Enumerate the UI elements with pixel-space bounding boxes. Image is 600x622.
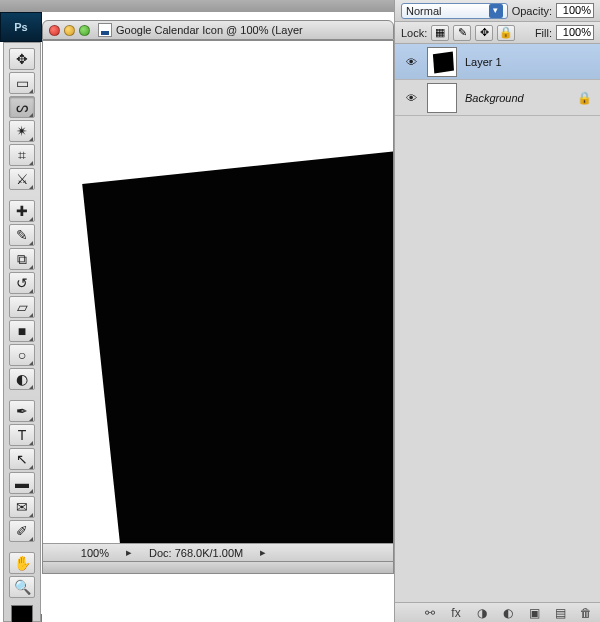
layer-row[interactable]: 👁Layer 1 [395,44,600,80]
zoom-button[interactable] [79,25,90,36]
status-menu-right-icon[interactable]: ▸ [257,546,269,559]
layer-thumbnail[interactable] [427,47,457,77]
layer-name[interactable]: Layer 1 [465,56,502,68]
eyedropper-tool[interactable]: ✐ [9,520,35,542]
fx-icon[interactable]: fx [448,606,464,620]
gradient-tool[interactable]: ■ [9,320,35,342]
background-color-swatch[interactable] [20,614,42,622]
canvas-content-shape [82,140,393,543]
app-logo: Ps [0,12,42,42]
zoom-level[interactable]: 100% [49,547,109,559]
zoom-tool[interactable]: 🔍 [9,576,35,598]
mask-icon[interactable]: ◑ [474,606,490,620]
path-select-tool[interactable]: ↖ [9,448,35,470]
chevron-updown-icon: ▾ [489,4,503,18]
lock-transparency-icon[interactable]: ▦ [431,25,449,41]
type-tool[interactable]: T [9,424,35,446]
brush-tool[interactable]: ✎ [9,224,35,246]
pen-tool[interactable]: ✒ [9,400,35,422]
blend-opacity-row: Normal ▾ Opacity: 100% [395,0,600,22]
lock-all-icon[interactable]: 🔒 [497,25,515,41]
eraser-tool[interactable]: ▱ [9,296,35,318]
doc-info: Doc: 768.0K/1.00M [149,547,243,559]
visibility-eye-icon[interactable]: 👁 [403,54,419,70]
lock-fill-row: Lock: ▦ ✎ ✥ 🔒 Fill: 100% [395,22,600,44]
opacity-field[interactable]: 100% [556,3,594,18]
slice-tool[interactable]: ⚔ [9,168,35,190]
magic-wand-tool[interactable]: ✴ [9,120,35,142]
horizontal-scrollbar[interactable] [43,561,393,573]
layers-panel-footer: ⚯fx◑◐▣▤🗑 [395,602,600,622]
hand-tool[interactable]: ✋ [9,552,35,574]
adjust-icon[interactable]: ◐ [500,606,516,620]
layers-list[interactable]: 👁Layer 1👁Background🔒 [395,44,600,602]
blur-tool[interactable]: ○ [9,344,35,366]
group-icon[interactable]: ▣ [526,606,542,620]
fill-label: Fill: [535,27,552,39]
shape-tool[interactable]: ▬ [9,472,35,494]
visibility-eye-icon[interactable]: 👁 [403,90,419,106]
opacity-label: Opacity: [512,5,552,17]
tool-palette: ✥▭ᔕ✴⌗⚔✚✎⧉↺▱■○◐✒T↖▬✉✐✋🔍 [3,42,41,622]
notes-tool[interactable]: ✉ [9,496,35,518]
lock-position-icon[interactable]: ✥ [475,25,493,41]
document-window: 100% ▸ Doc: 768.0K/1.00M ▸ [42,40,394,574]
new-icon[interactable]: ▤ [552,606,568,620]
app-logo-text: Ps [14,21,27,33]
trash-icon[interactable]: 🗑 [578,606,594,620]
history-brush-tool[interactable]: ↺ [9,272,35,294]
blend-mode-value: Normal [406,5,441,17]
status-menu-left-icon[interactable]: ▸ [123,546,135,559]
move-tool[interactable]: ✥ [9,48,35,70]
window-controls [49,25,90,36]
marquee-tool[interactable]: ▭ [9,72,35,94]
document-title: Google Calendar Icon @ 100% (Layer [116,24,303,36]
document-titlebar[interactable]: Google Calendar Icon @ 100% (Layer [42,20,394,40]
document-proxy-icon[interactable] [98,23,112,37]
fill-field[interactable]: 100% [556,25,594,40]
healing-brush-tool[interactable]: ✚ [9,200,35,222]
minimize-button[interactable] [64,25,75,36]
stamp-tool[interactable]: ⧉ [9,248,35,270]
link-icon[interactable]: ⚯ [422,606,438,620]
lock-label: Lock: [401,27,427,39]
close-button[interactable] [49,25,60,36]
foreground-color-swatch[interactable] [11,605,33,622]
crop-tool[interactable]: ⌗ [9,144,35,166]
lasso-tool[interactable]: ᔕ [9,96,35,118]
layers-panel: Normal ▾ Opacity: 100% Lock: ▦ ✎ ✥ 🔒 Fil… [394,0,600,622]
status-bar: 100% ▸ Doc: 768.0K/1.00M ▸ [43,543,393,561]
lock-icon: 🔒 [577,91,592,105]
blend-mode-select[interactable]: Normal ▾ [401,3,508,19]
layer-name[interactable]: Background [465,92,524,104]
layer-thumbnail[interactable] [427,83,457,113]
canvas[interactable] [43,41,393,543]
dodge-tool[interactable]: ◐ [9,368,35,390]
lock-pixels-icon[interactable]: ✎ [453,25,471,41]
layer-row[interactable]: 👁Background🔒 [395,80,600,116]
